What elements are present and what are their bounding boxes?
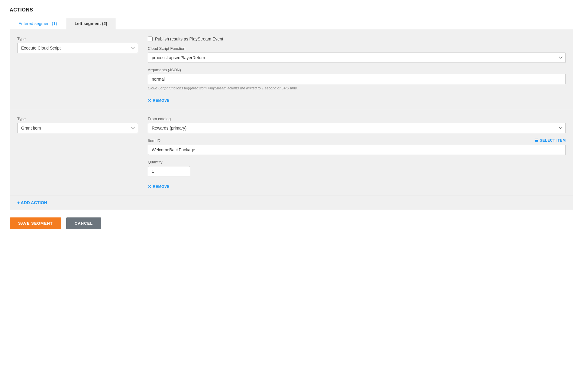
remove-button-2[interactable]: ✕ REMOVE xyxy=(148,184,170,189)
list-icon: ☰ xyxy=(534,138,539,143)
remove-icon-2: ✕ xyxy=(148,184,152,189)
cancel-button[interactable]: CANCEL xyxy=(66,217,101,229)
add-action-button[interactable]: + ADD ACTION xyxy=(17,200,47,205)
cloud-script-label: Cloud Script Function xyxy=(148,46,566,51)
from-catalog-label: From catalog xyxy=(148,117,566,121)
remove-button-1[interactable]: ✕ REMOVE xyxy=(148,98,170,103)
hint-text: Cloud Script functions triggered from Pl… xyxy=(148,86,566,90)
action-block-1: Type Execute Cloud Script Publish result… xyxy=(10,29,573,109)
type-select-1[interactable]: Execute Cloud Script xyxy=(17,43,138,53)
item-id-label: Item ID xyxy=(148,138,160,143)
save-segment-button[interactable]: SAVE SEGMENT xyxy=(10,217,61,229)
arguments-label: Arguments (JSON) xyxy=(148,68,566,72)
content-area: Type Execute Cloud Script Publish result… xyxy=(10,29,573,210)
type-label-1: Type xyxy=(17,37,138,41)
publish-checkbox[interactable] xyxy=(148,37,153,41)
quantity-input[interactable] xyxy=(148,166,190,176)
cloud-script-select[interactable]: processLapsedPlayerReturn xyxy=(148,53,566,63)
arguments-input[interactable] xyxy=(148,74,566,84)
tab-left-segment[interactable]: Left segment (2) xyxy=(66,18,116,29)
tab-entered-segment[interactable]: Entered segment (1) xyxy=(10,18,66,29)
quantity-label: Quantity xyxy=(148,160,566,164)
publish-label: Publish results as PlayStream Event xyxy=(155,37,223,41)
type-label-2: Type xyxy=(17,117,138,121)
action-block-2: Type Grant item From catalog Rewards (pr… xyxy=(10,109,573,195)
publish-checkbox-row: Publish results as PlayStream Event xyxy=(148,37,566,41)
page-title: ACTIONS xyxy=(10,7,573,13)
from-catalog-select[interactable]: Rewards (primary) xyxy=(148,123,566,133)
footer-buttons: SAVE SEGMENT CANCEL xyxy=(10,210,573,229)
tabs-container: Entered segment (1) Left segment (2) xyxy=(10,18,573,29)
type-select-2[interactable]: Grant item xyxy=(17,123,138,133)
select-item-button[interactable]: ☰ SELECT ITEM xyxy=(534,138,566,143)
item-id-input[interactable] xyxy=(148,145,566,155)
add-action-row: + ADD ACTION xyxy=(10,195,573,210)
remove-icon-1: ✕ xyxy=(148,98,152,103)
